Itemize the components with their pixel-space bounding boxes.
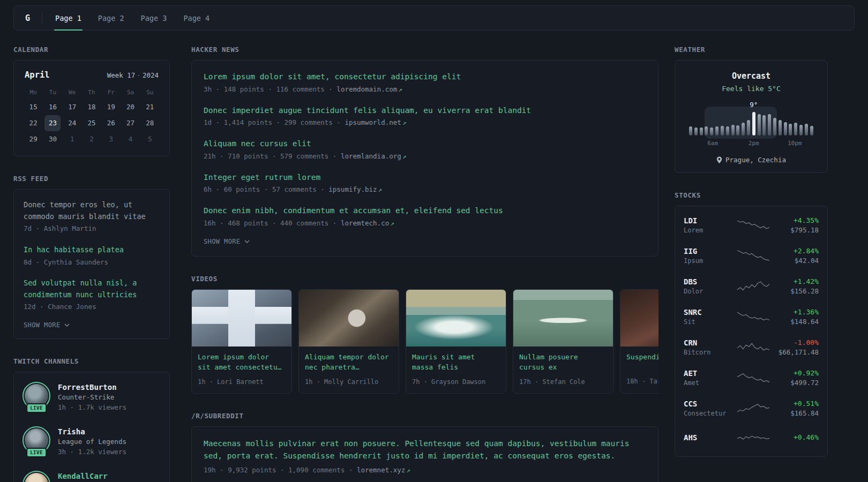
stock-sparkline bbox=[735, 430, 772, 446]
calendar-day: 15 bbox=[25, 99, 41, 115]
live-badge: LIVE bbox=[26, 403, 47, 413]
post-domain-link[interactable]: loremnet.xyz bbox=[357, 466, 405, 474]
twitch-channel-item[interactable]: LIVE Trisha League of Legends 3h · 1.2k … bbox=[24, 427, 160, 457]
channel-game: Counter-Strike bbox=[58, 393, 126, 401]
story-title-link[interactable]: Integer eget rutrum lorem bbox=[204, 172, 646, 184]
channel-name-link[interactable]: KendallCarr bbox=[58, 472, 108, 480]
story-title-link[interactable]: Aliquam nec cursus elit bbox=[204, 138, 646, 150]
video-card[interactable]: Lorem ipsum dolor sit amet consectetu… 1… bbox=[191, 289, 292, 394]
dashboard: CALENDAR April Week 17·2024 Mo Tu We bbox=[13, 46, 855, 482]
video-card[interactable]: Suspendisse diam 18h · Tara bbox=[620, 289, 659, 394]
calendar-day: 1 bbox=[64, 131, 80, 147]
video-thumbnail[interactable] bbox=[406, 290, 506, 347]
sparkline-chart bbox=[736, 401, 771, 417]
calendar-days-grid: 15 16 17 18 19 20 21 22 bbox=[24, 99, 160, 147]
stock-row: AET Amet +0.92% $499.72 bbox=[684, 363, 819, 393]
stock-sparkline bbox=[735, 309, 772, 325]
calendar-day: 23 bbox=[44, 115, 61, 131]
stock-price: $795.18 bbox=[772, 226, 819, 234]
page-tab-label: Page 1 bbox=[55, 14, 81, 22]
stock-price: $165.84 bbox=[772, 409, 819, 417]
calendar-day: 29 bbox=[25, 131, 41, 147]
calendar-section-title: CALENDAR bbox=[13, 46, 170, 54]
video-thumbnail[interactable] bbox=[299, 290, 399, 347]
stock-change: +2.84% bbox=[772, 247, 819, 255]
video-card-body: Aliquam tempor dolor nec pharetra… 1h · … bbox=[299, 347, 399, 393]
hackernews-item: Aliquam nec cursus elit 21h · 710 points… bbox=[204, 138, 646, 162]
story-stats: 1d · 1,414 points · 299 comments · bbox=[204, 118, 345, 126]
sparkline-chart bbox=[736, 309, 771, 325]
weekday-label: Sa bbox=[121, 86, 140, 99]
channel-name-link[interactable]: ForrestBurton bbox=[58, 383, 126, 391]
twitch-channel-item[interactable]: LIVE ForrestBurton Counter-Strike 1h · 1… bbox=[24, 383, 160, 413]
page-tab[interactable]: Page 1 bbox=[54, 6, 83, 30]
rss-item-link[interactable]: In hac habitasse platea bbox=[24, 244, 160, 256]
story-domain-link[interactable]: loremdomain.com bbox=[336, 85, 397, 93]
video-card[interactable]: Nullam posuere cursus ex 17h · Stefan Co… bbox=[513, 289, 613, 394]
video-thumbnail[interactable] bbox=[620, 290, 659, 347]
page-tab[interactable]: Page 4 bbox=[182, 6, 211, 30]
story-stats: 21h · 710 points · 579 comments · bbox=[204, 152, 341, 160]
video-title-link[interactable]: Nullam posuere cursus ex bbox=[519, 352, 607, 373]
time-label: 6am bbox=[707, 140, 718, 147]
rss-show-more-button[interactable]: SHOW MORE bbox=[24, 321, 70, 329]
hackernews-list: Lorem ipsum dolor sit amet, consectetur … bbox=[204, 71, 646, 229]
video-card-body: Lorem ipsum dolor sit amet consectetu… 1… bbox=[192, 347, 291, 393]
rss-item-link[interactable]: Donec tempor eros leo, ut commodo mauris… bbox=[24, 199, 160, 222]
rss-section-title: RSS FEED bbox=[13, 175, 170, 183]
video-thumbnail[interactable] bbox=[513, 290, 613, 347]
rss-item-meta: 12d · Chance Jones bbox=[24, 302, 160, 312]
video-title-link[interactable]: Lorem ipsum dolor sit amet consectetu… bbox=[198, 352, 286, 373]
weather-location-label: Prague, Czechia bbox=[725, 156, 786, 164]
hackernews-item: Donec enim nibh, condimentum et accumsan… bbox=[204, 205, 646, 229]
weekday-label: Mo bbox=[24, 86, 43, 99]
weekday-label: Su bbox=[140, 86, 160, 99]
stock-symbol: SNRC bbox=[684, 308, 735, 317]
stock-identity: CRN Bitcorn bbox=[684, 338, 735, 356]
channel-info: ForrestBurton Counter-Strike 1h · 1.7k v… bbox=[58, 383, 126, 413]
video-title-link[interactable]: Mauris sit amet massa felis bbox=[412, 352, 500, 373]
video-card[interactable]: Aliquam tempor dolor nec pharetra… 1h · … bbox=[298, 289, 399, 394]
page-tab[interactable]: Page 2 bbox=[97, 6, 125, 30]
story-domain-link[interactable]: loremlandia.org bbox=[341, 152, 401, 160]
page-tab[interactable]: Page 3 bbox=[140, 6, 168, 30]
stock-sparkline bbox=[735, 370, 772, 386]
page-tab-label: Page 2 bbox=[98, 14, 124, 22]
story-domain-link[interactable]: loremtech.co bbox=[341, 219, 389, 227]
story-domain-link[interactable]: ipsumworld.net bbox=[345, 118, 401, 126]
video-thumbnail[interactable] bbox=[192, 290, 291, 347]
video-card[interactable]: Mauris sit amet massa felis 7h · Grayson… bbox=[406, 289, 506, 394]
stock-symbol: DBS bbox=[684, 277, 735, 286]
page-tabs: Page 1 Page 2 Page 3 Page 4 bbox=[54, 6, 225, 30]
chevron-down-icon bbox=[244, 240, 250, 243]
story-meta: 16h · 468 points · 440 comments · loremt… bbox=[204, 219, 646, 229]
stock-identity: SNRC Sit bbox=[684, 308, 735, 326]
stock-price: $42.04 bbox=[772, 257, 819, 265]
sparkline-chart bbox=[736, 340, 771, 356]
calendar-day: 24 bbox=[64, 115, 80, 131]
channel-name-link[interactable]: Trisha bbox=[58, 427, 126, 436]
weather-section-title: WEATHER bbox=[675, 46, 828, 54]
post-title-link[interactable]: Maecenas mollis pulvinar erat non posuer… bbox=[204, 438, 646, 462]
stock-sparkline bbox=[735, 340, 772, 356]
story-title-link[interactable]: Donec imperdiet augue tincidunt felis al… bbox=[204, 105, 646, 117]
chevron-down-icon bbox=[64, 323, 70, 327]
video-title-link[interactable]: Suspendisse diam bbox=[626, 352, 659, 372]
channel-info: Trisha League of Legends 3h · 1.2k viewe… bbox=[58, 427, 126, 457]
channel-avatar: LIVE bbox=[24, 383, 49, 409]
twitch-channel-item[interactable]: KendallCarr bbox=[24, 472, 160, 482]
twitch-widget: TWITCH CHANNELS LIVE ForrestBurton Count… bbox=[13, 357, 170, 482]
video-card-body: Suspendisse diam 18h · Tara bbox=[620, 347, 659, 393]
app-logo[interactable]: G bbox=[25, 13, 30, 23]
weekday-label: We bbox=[63, 86, 82, 99]
calendar-card: April Week 17·2024 Mo Tu We Th bbox=[13, 60, 170, 156]
hackernews-show-more-button[interactable]: SHOW MORE bbox=[204, 238, 250, 245]
story-title-link[interactable]: Donec enim nibh, condimentum et accumsan… bbox=[204, 205, 646, 217]
story-domain-link[interactable]: ipsumify.biz bbox=[328, 185, 377, 193]
calendar-month: April bbox=[25, 70, 50, 80]
top-nav: G Page 1 Page 2 Page 3 Page 4 bbox=[13, 5, 855, 31]
story-title-link[interactable]: Lorem ipsum dolor sit amet, consectetur … bbox=[204, 71, 646, 83]
video-title-link[interactable]: Aliquam tempor dolor nec pharetra… bbox=[305, 352, 393, 373]
calendar-day: 20 bbox=[123, 99, 139, 115]
rss-item-link[interactable]: Sed volutpat nulla nisl, a condimentum n… bbox=[24, 277, 160, 300]
